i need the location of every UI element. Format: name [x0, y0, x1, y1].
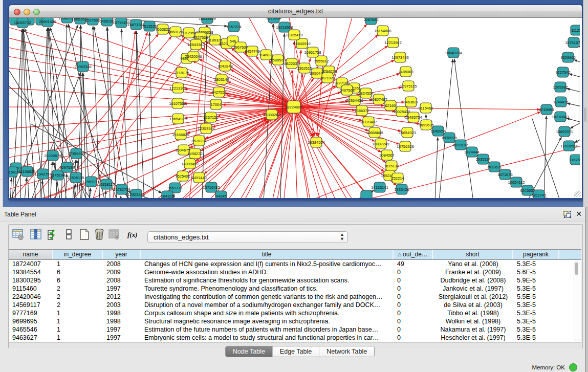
tab-network-table[interactable]: Network Table	[319, 346, 374, 357]
cell-year[interactable]: 2003	[106, 301, 140, 309]
cell-name[interactable]: 9699695	[12, 317, 52, 325]
graph-node-yellow[interactable]: 9242848	[217, 61, 232, 71]
cell-pagerank[interactable]: 5.3E-5	[517, 334, 558, 342]
cell-year[interactable]: 1997	[106, 285, 140, 293]
graph-node-yellow[interactable]: 18724007	[285, 101, 302, 113]
cell-short[interactable]: Tibbo et al. (1998)	[433, 309, 513, 317]
cell-year[interactable]: 1998	[106, 309, 140, 317]
column-header-name[interactable]: name	[9, 250, 53, 259]
cell-title[interactable]: Embryonic stem cells: a model to study s…	[144, 334, 393, 342]
graph-node-yellow[interactable]: 8660128	[168, 27, 183, 37]
graph-node-teal[interactable]: 6466160	[99, 18, 114, 26]
column-header-in_degree[interactable]: in_degree	[53, 250, 103, 259]
table-mode-button[interactable]	[12, 228, 24, 240]
cell-short[interactable]: Nakamura et al. (1997)	[433, 325, 513, 334]
table-row[interactable]: 946554611997Estimation of the future num…	[9, 325, 581, 334]
cell-in_degree[interactable]: 1	[57, 260, 102, 268]
graph-node-yellow[interactable]: 9084067	[379, 150, 394, 160]
right-strip-thumb[interactable]	[584, 107, 586, 122]
graph-node-teal[interactable]: 16210643	[552, 112, 569, 122]
cell-in_degree[interactable]: 6	[57, 268, 102, 276]
cell-pagerank[interactable]: 5.3E-5	[517, 325, 558, 334]
graph-node-yellow[interactable]: 10688609	[366, 127, 383, 138]
table-row[interactable]: 977716911998Corpus callosum shape and si…	[9, 309, 581, 317]
cell-title[interactable]: Genome-wide association studies in ADHD.	[144, 268, 393, 276]
column-header-title[interactable]: title	[141, 250, 394, 259]
tab-edge-table[interactable]: Edge Table	[273, 346, 319, 357]
scrollbar-thumb[interactable]	[575, 262, 578, 275]
cell-out_de[interactable]: 0	[397, 268, 432, 276]
graph-node-teal[interactable]: 1733426	[394, 184, 409, 194]
graph-node-teal[interactable]: 8938928	[442, 133, 456, 143]
cell-pagerank[interactable]: 5.9E-5	[517, 276, 558, 285]
graph-node-teal[interactable]: 15751074	[565, 37, 580, 48]
cell-out_de[interactable]: 0	[397, 301, 432, 309]
graph-node-teal[interactable]: 7357224	[226, 21, 241, 32]
cell-year[interactable]: 2008	[106, 276, 140, 285]
tab-node-table[interactable]: Node Table	[226, 346, 273, 357]
graph-node-teal[interactable]: 20206575	[44, 150, 61, 161]
table-row[interactable]: 946362711997Embryonic stem cells: a mode…	[9, 334, 581, 342]
cell-in_degree[interactable]: 2	[57, 285, 102, 293]
column-header-year[interactable]: year	[103, 250, 141, 259]
graph-node-teal[interactable]: 1640954	[430, 126, 445, 136]
cell-title[interactable]: Disruption of a novel member of a sodium…	[144, 301, 393, 309]
graph-node-teal[interactable]: 16648784	[445, 48, 462, 58]
cell-title[interactable]: Tourette syndrome. Phenomenology and cla…	[144, 285, 393, 293]
graph-node-teal[interactable]: 1811743	[532, 190, 547, 198]
graph-node-yellow[interactable]: 12213369	[169, 83, 186, 93]
graph-node-yellow[interactable]: 1621022	[320, 73, 335, 83]
graph-node-teal[interactable]: 8215955	[539, 104, 554, 115]
graph-node-yellow[interactable]: 12975115	[400, 81, 417, 91]
graph-node-teal[interactable]: 8813054	[266, 18, 281, 23]
cell-title[interactable]: Structural magnetic resonance image aver…	[144, 317, 393, 325]
select-all-columns-button[interactable]	[47, 228, 59, 240]
cell-pagerank[interactable]: 5.3E-5	[517, 301, 558, 309]
graph-node-yellow[interactable]: 19166825	[172, 129, 189, 140]
table-row[interactable]: 1872400712008Changes of HCN gene express…	[9, 260, 581, 268]
cell-out_de[interactable]: 0	[397, 285, 432, 293]
graph-node-teal[interactable]: 17359938	[68, 148, 84, 159]
cell-year[interactable]: 2008	[106, 260, 140, 268]
cell-pagerank[interactable]: 5.3E-5	[517, 317, 558, 325]
graph-node-yellow[interactable]: 8454749	[245, 46, 259, 56]
graph-node-yellow[interactable]: 16154808	[374, 26, 391, 36]
table-row[interactable]: 2242004622012Investigating the contribut…	[9, 293, 581, 301]
graph-node-teal[interactable]: 16033809	[199, 18, 215, 24]
graph-node-teal[interactable]: 94245	[215, 191, 227, 198]
cell-name[interactable]: 18724007	[12, 260, 52, 268]
cell-in_degree[interactable]: 1	[57, 309, 102, 317]
cell-out_de[interactable]: 0	[397, 276, 432, 285]
cell-pagerank[interactable]: 5.3E-5	[517, 309, 558, 317]
cell-pagerank[interactable]: 5.5E-5	[517, 293, 558, 301]
cell-year[interactable]: 2009	[106, 268, 140, 276]
table-vertical-scrollbar[interactable]	[574, 261, 580, 341]
graph-node-yellow[interactable]: 9115460	[419, 103, 433, 113]
cell-name[interactable]: 14569117	[12, 301, 52, 309]
cell-short[interactable]: de Silva et al. (2003)	[433, 301, 513, 309]
graph-node-teal[interactable]: 8471676	[497, 169, 512, 180]
graph-node-yellow[interactable]: 6497568	[339, 85, 354, 95]
cell-title[interactable]: Investigating the contribution of common…	[144, 293, 393, 301]
delete-table-button[interactable]	[108, 228, 120, 240]
cell-title[interactable]: Changes of HCN gene expression and I(f) …	[144, 260, 393, 268]
graph-node-yellow[interactable]: 18807249	[372, 139, 389, 149]
cell-short[interactable]: Yano et al. (2008)	[433, 260, 513, 268]
cell-pagerank[interactable]: 5.3E-5	[517, 260, 558, 268]
graph-node-yellow[interactable]: 8578334	[191, 136, 206, 146]
cell-out_de[interactable]: 0	[397, 325, 432, 334]
graph-node-yellow[interactable]: 19654923	[399, 127, 416, 138]
cell-short[interactable]: Dudbridge et al. (2008)	[433, 276, 513, 285]
graph-node-teal[interactable]: 1244415	[553, 97, 568, 107]
graph-node-teal[interactable]: 17957275	[82, 177, 99, 187]
graph-node-teal[interactable]: 164321	[161, 191, 173, 198]
graph-node-yellow[interactable]: 2718176	[174, 68, 189, 78]
cell-year[interactable]: 1997	[106, 325, 140, 334]
delete-columns-button[interactable]	[93, 228, 105, 240]
cell-name[interactable]: 19384554	[12, 268, 52, 276]
graph-node-yellow[interactable]: 19384554	[308, 137, 324, 147]
cell-year[interactable]: 2012	[106, 293, 140, 301]
graph-node-teal[interactable]: 9474444	[464, 147, 479, 157]
cell-name[interactable]: 9777169	[12, 309, 52, 317]
column-header-short[interactable]: short	[433, 250, 513, 259]
